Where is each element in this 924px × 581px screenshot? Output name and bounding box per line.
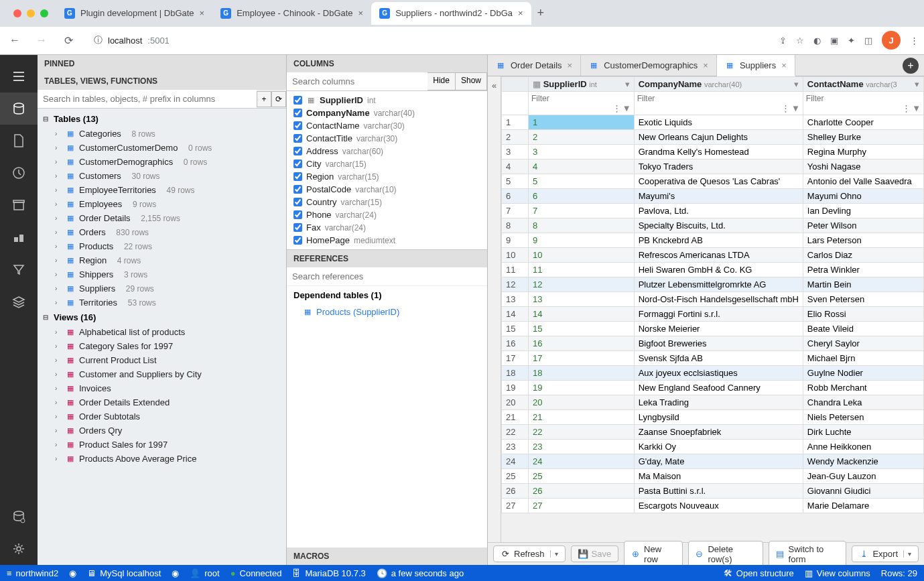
cell-supplierid[interactable]: 12	[529, 277, 635, 292]
table-item[interactable]: ›▦Shippers 3 rows	[38, 267, 286, 281]
close-tab-icon[interactable]: ×	[568, 60, 573, 70]
table-item[interactable]: ›▦EmployeeTerritories 49 rows	[38, 183, 286, 197]
editor-tab[interactable]: ▦Suppliers×	[717, 55, 795, 76]
filter-icon[interactable]: ▼	[622, 103, 631, 113]
cell-contactname[interactable]: Elio Rossi	[803, 307, 923, 322]
column-item[interactable]: Country varchar(15)	[287, 196, 487, 208]
table-item[interactable]: ›▦CustomerDemographics 0 rows	[38, 155, 286, 169]
table-row[interactable]: 23 23 Karkki Oy Anne Heikkonen	[502, 440, 924, 454]
extension-icon-1[interactable]: ◐	[813, 36, 821, 46]
cell-companyname[interactable]: Heli Swaren GmbH & Co. KG	[634, 263, 803, 277]
table-row[interactable]: 24 24 G'day, Mate Wendy Mackenzie	[502, 454, 924, 469]
column-checkbox[interactable]	[293, 185, 302, 194]
cell-contactname[interactable]: Chandra Leka	[803, 395, 923, 410]
cell-supplierid[interactable]: 3	[529, 145, 635, 159]
dropdown-icon[interactable]: ▾	[550, 550, 558, 558]
column-item[interactable]: ContactTitle varchar(30)	[287, 132, 487, 145]
rail-layers[interactable]	[0, 285, 38, 318]
columns-search-input[interactable]	[287, 72, 427, 90]
refresh-button[interactable]: ⟳Refresh▾	[493, 545, 566, 562]
cell-companyname[interactable]: Zaanse Snoepfabriek	[634, 425, 803, 440]
cell-companyname[interactable]: Refrescos Americanas LTDA	[634, 248, 803, 263]
cell-supplierid[interactable]: 20	[529, 395, 635, 410]
rail-files[interactable]	[0, 125, 38, 157]
switch-to-form-button[interactable]: ▤Switch to form	[769, 541, 847, 568]
cell-supplierid[interactable]: 23	[529, 440, 635, 454]
cell-supplierid[interactable]: 27	[529, 499, 635, 513]
cell-supplierid[interactable]: 13	[529, 292, 635, 307]
cell-supplierid[interactable]: 22	[529, 425, 635, 440]
sidepanel-icon[interactable]: ◫	[864, 36, 872, 46]
table-item[interactable]: ›▦CustomerCustomerDemo 0 rows	[38, 141, 286, 155]
cell-contactname[interactable]: Martin Bein	[803, 277, 923, 292]
filter-icon[interactable]: ▼	[912, 103, 921, 113]
column-checkbox[interactable]	[293, 172, 302, 181]
table-item[interactable]: ›▦Employees 9 rows	[38, 197, 286, 211]
cell-supplierid[interactable]: 4	[529, 159, 635, 174]
cell-companyname[interactable]: Aux joyeux ecclsiastiques	[634, 366, 803, 381]
cell-contactname[interactable]: Beate Vileid	[803, 322, 923, 336]
share-icon[interactable]: ⇪	[779, 36, 787, 46]
cell-companyname[interactable]: Nord-Ost-Fisch Handelsgesellschaft mbH	[634, 292, 803, 307]
cell-contactname[interactable]: Michael Bjrn	[803, 351, 923, 366]
cell-supplierid[interactable]: 25	[529, 469, 635, 484]
rail-admin[interactable]	[0, 501, 38, 533]
cell-companyname[interactable]: Bigfoot Breweries	[634, 336, 803, 351]
table-row[interactable]: 8 8 Specialty Biscuits, Ltd. Peter Wilso…	[502, 218, 924, 233]
bookmark-icon[interactable]: ☆	[796, 36, 804, 46]
view-item[interactable]: ›▦Products Above Average Price	[38, 452, 286, 466]
cell-supplierid[interactable]: 10	[529, 248, 635, 263]
column-menu-icon[interactable]: ▾	[794, 79, 799, 89]
column-checkbox[interactable]	[293, 236, 302, 245]
table-row[interactable]: 11 11 Heli Swaren GmbH & Co. KG Petra Wi…	[502, 263, 924, 277]
status-engine-icon[interactable]: ◉	[69, 568, 76, 578]
table-row[interactable]: 16 16 Bigfoot Breweries Cheryl Saylor	[502, 336, 924, 351]
sidebar-add-button[interactable]: +	[257, 91, 271, 107]
view-item[interactable]: ›▦Alphabetical list of products	[38, 325, 286, 339]
table-row[interactable]: 21 21 Lyngbysild Niels Petersen	[502, 410, 924, 425]
table-row[interactable]: 7 7 Pavlova, Ltd. Ian Devling	[502, 204, 924, 218]
new-tab-button[interactable]: +	[531, 4, 550, 23]
table-row[interactable]: 26 26 Pasta Buttini s.r.l. Giovanni Giud…	[502, 484, 924, 499]
cell-contactname[interactable]: Sven Petersen	[803, 292, 923, 307]
column-item[interactable]: Region varchar(15)	[287, 170, 487, 183]
reload-button[interactable]: ⟳	[59, 31, 78, 50]
filter-input[interactable]	[531, 94, 631, 103]
view-item[interactable]: ›▦Current Product List	[38, 353, 286, 367]
table-row[interactable]: 4 4 Tokyo Traders Yoshi Nagase	[502, 159, 924, 174]
status-engine-icon2[interactable]: ◉	[172, 568, 179, 578]
column-item[interactable]: ▦SupplierID int	[287, 94, 487, 107]
table-row[interactable]: 19 19 New England Seafood Cannery Robb M…	[502, 381, 924, 395]
cell-supplierid[interactable]: 21	[529, 410, 635, 425]
close-tab-icon[interactable]: ×	[703, 60, 708, 70]
view-item[interactable]: ›▦Invoices	[38, 381, 286, 395]
column-checkbox[interactable]	[293, 109, 302, 117]
views-group[interactable]: ⊟ Views (16)	[38, 310, 286, 325]
cell-companyname[interactable]: Cooperativa de Quesos 'Las Cabras'	[634, 174, 803, 189]
export-button[interactable]: ⤓Export▾	[852, 545, 919, 562]
table-row[interactable]: 10 10 Refrescos Americanas LTDA Carlos D…	[502, 248, 924, 263]
hide-columns-button[interactable]: Hide	[427, 72, 456, 90]
maximize-window[interactable]	[40, 9, 48, 17]
filter-input[interactable]	[806, 94, 921, 103]
rail-filter[interactable]	[0, 253, 38, 285]
column-item[interactable]: CompanyName varchar(40)	[287, 107, 487, 119]
column-item[interactable]: PostalCode varchar(10)	[287, 183, 487, 196]
cell-supplierid[interactable]: 11	[529, 263, 635, 277]
back-button[interactable]: ←	[5, 31, 24, 50]
cell-contactname[interactable]: Ian Devling	[803, 204, 923, 218]
column-header[interactable]: ▦ SupplierID int▾	[529, 77, 635, 92]
editor-tab[interactable]: ▦Order Details×	[488, 55, 581, 76]
table-row[interactable]: 3 3 Grandma Kelly's Homestead Regina Mur…	[502, 145, 924, 159]
cell-companyname[interactable]: Leka Trading	[634, 395, 803, 410]
table-row[interactable]: 25 25 Ma Maison Jean-Guy Lauzon	[502, 469, 924, 484]
table-row[interactable]: 12 12 Plutzer Lebensmittelgromrkte AG Ma…	[502, 277, 924, 292]
editor-tab[interactable]: ▦CustomerDemographics×	[581, 55, 717, 76]
cell-companyname[interactable]: Karkki Oy	[634, 440, 803, 454]
cell-contactname[interactable]: Peter Wilson	[803, 218, 923, 233]
filter-input[interactable]	[637, 94, 800, 103]
filter-menu-icon[interactable]: ⋮	[612, 103, 621, 113]
table-row[interactable]: 5 5 Cooperativa de Quesos 'Las Cabras' A…	[502, 174, 924, 189]
table-row[interactable]: 1 1 Exotic Liquids Charlotte Cooper	[502, 115, 924, 130]
cell-supplierid[interactable]: 5	[529, 174, 635, 189]
